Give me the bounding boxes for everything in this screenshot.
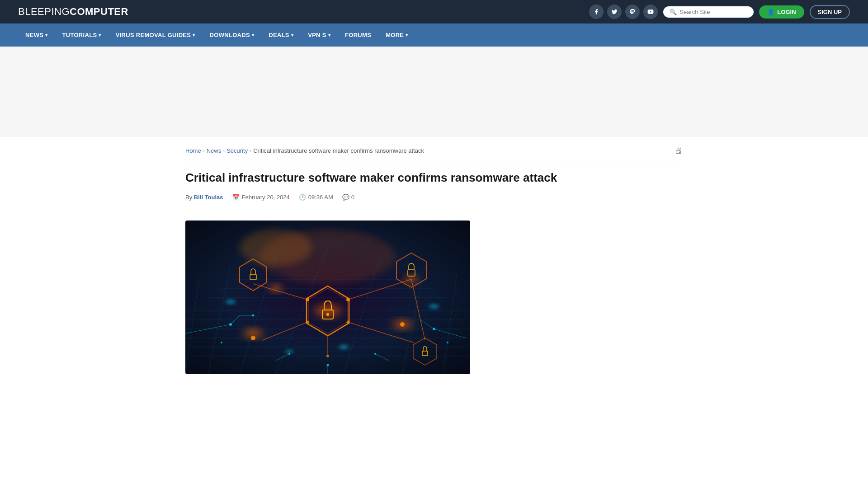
article-hero-image — [185, 221, 470, 374]
article-meta: By Bill Toulas 📅 February 20, 2024 🕐 09:… — [185, 194, 683, 210]
svg-point-52 — [433, 328, 435, 330]
svg-point-24 — [337, 343, 350, 351]
author-link[interactable]: Bill Toulas — [194, 194, 223, 201]
header-right: 🔍 👤 LOGIN SIGN UP — [589, 5, 850, 19]
virus-dropdown-arrow: ▾ — [193, 33, 195, 38]
svg-point-23 — [427, 303, 441, 310]
breadcrumb-sep-1: › — [203, 148, 205, 154]
date-meta: 📅 February 20, 2024 — [232, 194, 290, 201]
article-date: February 20, 2024 — [242, 194, 290, 201]
nav-vpns[interactable]: VPN S ▾ — [301, 23, 338, 47]
social-icons — [589, 5, 658, 19]
news-dropdown-arrow: ▾ — [45, 33, 47, 38]
svg-point-57 — [447, 342, 448, 343]
breadcrumb-sep-2: › — [223, 148, 225, 154]
search-icon: 🔍 — [670, 9, 677, 15]
svg-point-29 — [326, 313, 329, 316]
search-input[interactable] — [679, 9, 747, 15]
breadcrumb-left: Home › News › Security › Critical infras… — [185, 147, 424, 154]
facebook-icon[interactable] — [589, 5, 604, 19]
comments-meta: 💬 0 — [342, 194, 354, 201]
svg-point-58 — [306, 298, 309, 301]
breadcrumb-security[interactable]: Security — [226, 147, 248, 154]
comments-count-value: 0 — [351, 194, 354, 201]
main-nav: NEWS ▾ TUTORIALS ▾ VIRUS REMOVAL GUIDES … — [0, 23, 868, 47]
logo-bold: COMPUTER — [70, 6, 128, 17]
svg-point-55 — [374, 353, 376, 355]
svg-point-59 — [346, 298, 350, 301]
nav-virus-removal[interactable]: VIRUS REMOVAL GUIDES ▾ — [108, 23, 203, 47]
svg-point-61 — [347, 320, 350, 324]
time-meta: 🕐 09:36 AM — [299, 194, 333, 201]
logo-light: BLEEPING — [18, 6, 70, 17]
svg-point-22 — [224, 298, 237, 305]
svg-point-51 — [252, 314, 255, 316]
downloads-dropdown-arrow: ▾ — [252, 33, 254, 38]
svg-point-54 — [288, 353, 290, 355]
tutorials-dropdown-arrow: ▾ — [99, 33, 101, 38]
twitter-icon[interactable] — [607, 5, 622, 19]
site-header: BLEEPINGCOMPUTER 🔍 👤 LOGIN SIGN UP — [0, 0, 868, 23]
svg-point-56 — [221, 342, 222, 343]
deals-dropdown-arrow: ▾ — [291, 33, 293, 38]
svg-point-50 — [229, 323, 232, 326]
content-wrapper: Home › News › Security › Critical infras… — [167, 137, 701, 392]
breadcrumb: Home › News › Security › Critical infras… — [185, 146, 683, 163]
article-time: 09:36 AM — [308, 194, 333, 201]
svg-point-63 — [400, 322, 405, 327]
nav-forums[interactable]: FORUMS — [338, 23, 378, 47]
nav-more[interactable]: MORE ▾ — [378, 23, 415, 47]
vpns-dropdown-arrow: ▾ — [328, 33, 330, 38]
breadcrumb-sep-3: › — [250, 148, 251, 154]
svg-point-53 — [327, 364, 329, 366]
svg-point-17 — [310, 302, 346, 320]
clock-icon: 🕐 — [299, 194, 306, 201]
more-dropdown-arrow: ▾ — [406, 33, 408, 38]
nav-tutorials[interactable]: TUTORIALS ▾ — [55, 23, 108, 47]
site-logo[interactable]: BLEEPINGCOMPUTER — [18, 6, 128, 18]
nav-downloads[interactable]: DOWNLOADS ▾ — [203, 23, 262, 47]
login-label: LOGIN — [777, 9, 796, 15]
youtube-icon[interactable] — [643, 5, 658, 19]
author-by: By Bill Toulas — [185, 194, 223, 201]
calendar-icon: 📅 — [232, 194, 240, 201]
svg-point-62 — [251, 336, 255, 340]
svg-point-60 — [306, 320, 309, 324]
nav-deals[interactable]: DEALS ▾ — [261, 23, 301, 47]
svg-point-66 — [240, 230, 312, 266]
search-box: 🔍 — [663, 6, 754, 18]
print-icon[interactable]: 🖨 — [675, 146, 683, 155]
article-title: Critical infrastructure software maker c… — [185, 170, 683, 186]
mastodon-icon[interactable] — [625, 5, 640, 19]
login-button[interactable]: 👤 LOGIN — [759, 5, 804, 19]
svg-point-64 — [326, 355, 329, 357]
comments-icon: 💬 — [342, 194, 349, 201]
person-icon: 👤 — [767, 9, 774, 15]
signup-button[interactable]: SIGN UP — [810, 5, 850, 19]
breadcrumb-home[interactable]: Home — [185, 147, 201, 154]
breadcrumb-news[interactable]: News — [207, 147, 222, 154]
breadcrumb-current: Critical infrastructure software maker c… — [253, 147, 424, 154]
nav-news[interactable]: NEWS ▾ — [18, 23, 55, 47]
advertisement-banner — [0, 47, 868, 137]
